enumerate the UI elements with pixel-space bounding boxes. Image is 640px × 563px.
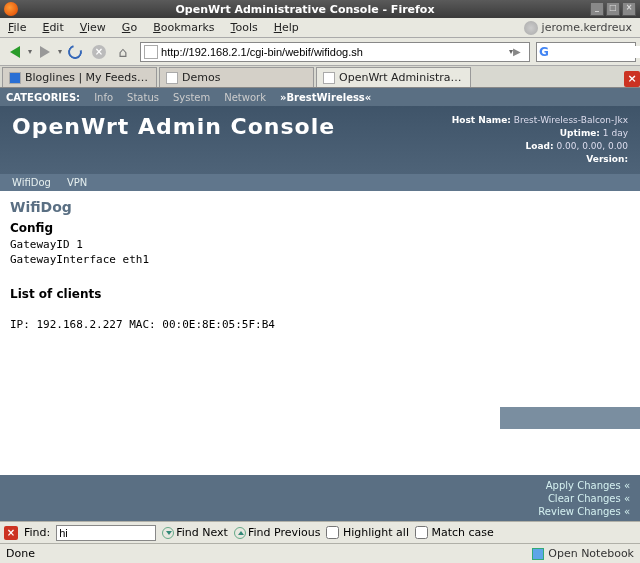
find-label: Find: bbox=[24, 526, 50, 539]
status-text: Done bbox=[6, 547, 532, 560]
window-titlebar: OpenWrt Administrative Console - Firefox… bbox=[0, 0, 640, 18]
open-notebook-button[interactable]: Open Notebook bbox=[532, 547, 634, 560]
throbber-icon bbox=[524, 21, 538, 35]
cat-status[interactable]: Status bbox=[127, 92, 159, 103]
categories-label: CATEGORIES: bbox=[6, 92, 80, 103]
page-title: OpenWrt Admin Console bbox=[12, 114, 452, 139]
match-case-label: Match case bbox=[431, 526, 493, 539]
go-button[interactable]: ▶ bbox=[513, 46, 529, 57]
cat-system[interactable]: System bbox=[173, 92, 210, 103]
tab-bloglines[interactable]: Bloglines | My Feeds (414) bbox=[2, 67, 157, 87]
reload-icon bbox=[65, 42, 84, 61]
profile-indicator: jerome.kerdreux bbox=[524, 21, 640, 35]
minimize-button[interactable]: _ bbox=[590, 2, 604, 16]
menu-tools[interactable]: Tools bbox=[223, 19, 266, 36]
page-header: OpenWrt Admin Console Host Name: Brest-W… bbox=[0, 106, 640, 174]
footer-band: Apply Changes Clear Changes Review Chang… bbox=[0, 475, 640, 521]
status-bar: Done Open Notebook bbox=[0, 543, 640, 563]
subnav-vpn[interactable]: VPN bbox=[67, 177, 87, 188]
footer-accent-block bbox=[500, 407, 640, 429]
menu-go[interactable]: Go bbox=[114, 19, 145, 36]
section-heading: WifiDog bbox=[10, 199, 630, 215]
match-case-checkbox[interactable]: Match case bbox=[415, 526, 494, 540]
tab-label: Bloglines | My Feeds (414) bbox=[25, 71, 150, 84]
findbar-close-button[interactable]: × bbox=[4, 526, 18, 540]
cat-info[interactable]: Info bbox=[94, 92, 113, 103]
page-body: WifiDog Config GatewayID 1 GatewayInterf… bbox=[0, 191, 640, 475]
page-icon bbox=[323, 72, 335, 84]
home-button[interactable]: ⌂ bbox=[112, 41, 134, 63]
forward-button bbox=[34, 41, 56, 63]
window-title: OpenWrt Administrative Console - Firefox bbox=[22, 3, 588, 16]
nav-toolbar: ▾ ▾ × ⌂ ▾ ▶ bbox=[0, 38, 640, 66]
apply-changes-link[interactable]: Apply Changes bbox=[538, 479, 630, 492]
reload-button[interactable] bbox=[64, 41, 86, 63]
config-line: GatewayInterface eth1 bbox=[10, 252, 630, 267]
uptime-value: 1 day bbox=[603, 128, 628, 138]
bloglines-icon bbox=[9, 72, 21, 84]
url-input[interactable] bbox=[161, 46, 509, 58]
menubar: File Edit View Go Bookmarks Tools Help j… bbox=[0, 18, 640, 38]
find-bar: × Find: Find Next Find Previous Highligh… bbox=[0, 521, 640, 543]
clear-changes-link[interactable]: Clear Changes bbox=[538, 492, 630, 505]
page-content: CATEGORIES: Info Status System Network »… bbox=[0, 88, 640, 521]
find-previous-button[interactable]: Find Previous bbox=[234, 526, 321, 539]
footer-links: Apply Changes Clear Changes Review Chang… bbox=[528, 475, 640, 521]
forward-dropdown[interactable]: ▾ bbox=[58, 47, 62, 56]
host-info: Host Name: Brest-Wireless-Balcon-Jkx Upt… bbox=[452, 114, 628, 166]
menu-help[interactable]: Help bbox=[266, 19, 307, 36]
arrow-down-icon bbox=[162, 527, 174, 539]
host-name-value: Brest-Wireless-Balcon-Jkx bbox=[514, 115, 628, 125]
highlight-all-label: Highlight all bbox=[343, 526, 409, 539]
host-name-label: Host Name: bbox=[452, 115, 511, 125]
uptime-label: Uptime: bbox=[560, 128, 600, 138]
cat-brestwireless[interactable]: »BrestWireless« bbox=[280, 92, 371, 103]
notebook-icon bbox=[532, 548, 544, 560]
load-value: 0.00, 0.00, 0.00 bbox=[556, 141, 628, 151]
version-label: Version: bbox=[586, 154, 628, 164]
clients-heading: List of clients bbox=[10, 287, 630, 301]
menu-file[interactable]: File bbox=[0, 19, 34, 36]
tab-label: Demos bbox=[182, 71, 307, 84]
profile-name: jerome.kerdreux bbox=[542, 21, 632, 34]
google-icon[interactable] bbox=[539, 45, 549, 59]
find-next-label: Find Next bbox=[176, 526, 228, 539]
page-icon bbox=[166, 72, 178, 84]
home-icon: ⌂ bbox=[119, 44, 128, 60]
firefox-icon bbox=[4, 2, 18, 16]
tab-close-button[interactable]: × bbox=[624, 71, 640, 87]
stop-button: × bbox=[88, 41, 110, 63]
config-line: GatewayID 1 bbox=[10, 237, 630, 252]
page-icon bbox=[144, 45, 158, 59]
load-label: Load: bbox=[526, 141, 554, 151]
sub-nav: WifiDog VPN bbox=[0, 174, 640, 191]
search-input[interactable] bbox=[551, 46, 640, 58]
maximize-button[interactable]: □ bbox=[606, 2, 620, 16]
tab-label: OpenWrt Administrative Co... bbox=[339, 71, 464, 84]
menu-view[interactable]: View bbox=[72, 19, 114, 36]
menu-bookmarks[interactable]: Bookmarks bbox=[145, 19, 222, 36]
find-previous-label: Find Previous bbox=[248, 526, 321, 539]
config-heading: Config bbox=[10, 221, 630, 235]
close-button[interactable]: × bbox=[622, 2, 636, 16]
find-input[interactable] bbox=[56, 525, 156, 541]
highlight-all-checkbox[interactable]: Highlight all bbox=[326, 526, 409, 540]
open-notebook-label: Open Notebook bbox=[548, 547, 634, 560]
stop-icon: × bbox=[92, 45, 106, 59]
find-next-button[interactable]: Find Next bbox=[162, 526, 228, 539]
back-dropdown[interactable]: ▾ bbox=[28, 47, 32, 56]
tab-openwrt[interactable]: OpenWrt Administrative Co... bbox=[316, 67, 471, 87]
client-line: IP: 192.168.2.227 MAC: 00:0E:8E:05:5F:B4 bbox=[10, 317, 630, 332]
category-bar: CATEGORIES: Info Status System Network »… bbox=[0, 88, 640, 106]
url-bar[interactable]: ▾ ▶ bbox=[140, 42, 530, 62]
tab-demos[interactable]: Demos bbox=[159, 67, 314, 87]
back-button[interactable] bbox=[4, 41, 26, 63]
arrow-right-icon bbox=[40, 46, 50, 58]
subnav-wifidog[interactable]: WifiDog bbox=[12, 177, 51, 188]
arrow-up-icon bbox=[234, 527, 246, 539]
menu-edit[interactable]: Edit bbox=[34, 19, 71, 36]
search-bar[interactable] bbox=[536, 42, 636, 62]
review-changes-link[interactable]: Review Changes bbox=[538, 505, 630, 518]
cat-network[interactable]: Network bbox=[224, 92, 266, 103]
tab-strip: Bloglines | My Feeds (414) Demos OpenWrt… bbox=[0, 66, 640, 88]
